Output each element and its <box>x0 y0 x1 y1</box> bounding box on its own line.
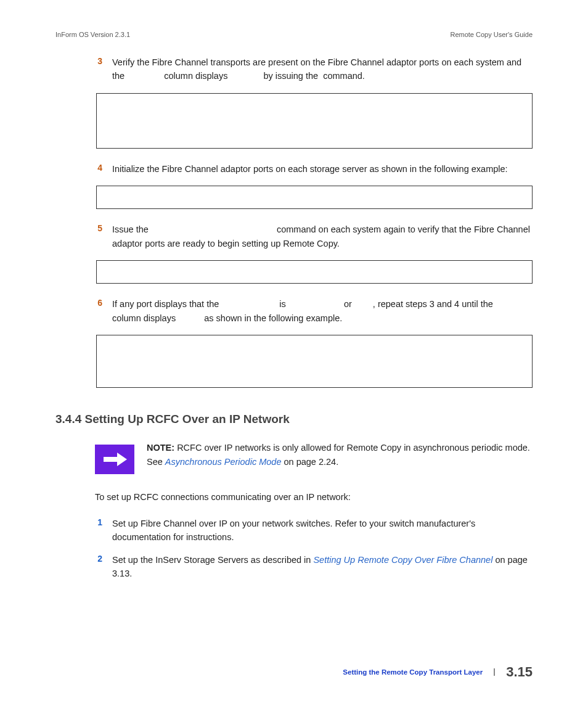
note-label: NOTE: <box>147 443 174 453</box>
footer-section-title: Setting the Remote Copy Transport Layer <box>343 668 495 676</box>
step-number: 6 <box>96 297 108 325</box>
page-footer: Setting the Remote Copy Transport Layer … <box>343 664 533 680</box>
step-number: 2 <box>96 553 108 581</box>
step-4: 4 Initialize the Fibre Channel adaptor p… <box>96 162 533 176</box>
step-body: Set up Fibre Channel over IP on your net… <box>112 517 533 544</box>
note-body: NOTE: RCFC over IP networks is only allo… <box>147 441 533 474</box>
substep-1: 1 Set up Fibre Channel over IP on your n… <box>96 517 533 544</box>
svg-rect-0 <box>104 457 117 462</box>
text: by issuing the <box>263 71 321 81</box>
text: If any port displays that the <box>112 299 221 309</box>
step-3: 3 Verify the Fibre Channel transports ar… <box>96 55 533 83</box>
code-block <box>96 335 533 388</box>
link-setting-up-rcfc[interactable]: Setting Up Remote Copy Over Fibre Channe… <box>313 555 492 565</box>
step-body: Issue the command on each system again t… <box>112 223 533 250</box>
header-right: Remote Copy User's Guide <box>450 31 533 38</box>
step-6: 6 If any port displays that the is or , … <box>96 297 533 325</box>
step-number: 4 <box>96 162 108 176</box>
page-number: 3.15 <box>506 664 533 680</box>
code-block <box>96 93 533 149</box>
step-body: Initialize the Fibre Channel adaptor por… <box>112 162 533 176</box>
step-body: Verify the Fibre Channel transports are … <box>112 55 533 83</box>
section-heading: 3.4.4 Setting Up RCFC Over an IP Network <box>55 413 533 426</box>
step-body: Set up the InServ Storage Servers as des… <box>112 553 533 581</box>
arrow-right-icon <box>95 445 134 474</box>
text: command on each system again to verify t… <box>112 224 530 248</box>
text: Set up the InServ Storage Servers as des… <box>112 555 313 565</box>
code-block <box>96 186 533 209</box>
text: Issue the <box>112 224 151 234</box>
step-5: 5 Issue the command on each system again… <box>96 223 533 250</box>
page-header: InForm OS Version 2.3.1 Remote Copy User… <box>55 31 533 38</box>
note-callout: NOTE: RCFC over IP networks is only allo… <box>95 441 533 474</box>
text: or <box>344 299 354 309</box>
link-async-periodic-mode[interactable]: Asynchronous Periodic Mode <box>165 457 282 467</box>
text: command. <box>323 71 365 81</box>
step-number: 3 <box>96 55 108 83</box>
text: on page 2.24. <box>284 457 338 467</box>
header-left: InForm OS Version 2.3.1 <box>55 31 130 38</box>
text: as shown in the following example. <box>204 313 342 323</box>
code-block <box>96 260 533 284</box>
text: column displays <box>164 71 230 81</box>
step-number: 5 <box>96 223 108 250</box>
substep-2: 2 Set up the InServ Storage Servers as d… <box>96 553 533 581</box>
step-body: If any port displays that the is or , re… <box>112 297 533 325</box>
svg-marker-1 <box>117 453 127 466</box>
intro-text: To set up RCFC connections communicating… <box>95 490 533 504</box>
text: , repeat steps 3 and 4 until the <box>373 299 496 309</box>
text: column displays <box>112 313 178 323</box>
text: is <box>279 299 288 309</box>
step-number: 1 <box>96 517 108 544</box>
